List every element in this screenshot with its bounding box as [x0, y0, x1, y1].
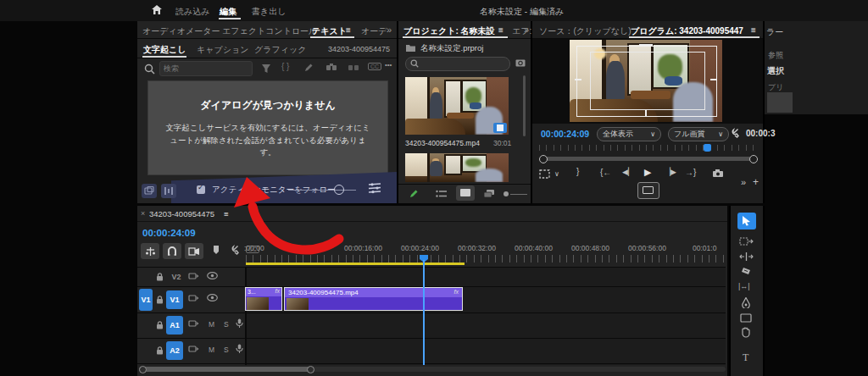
playhead-line[interactable]: [423, 260, 425, 365]
program-mini-ruler[interactable]: [539, 145, 756, 151]
program-timecode[interactable]: 00:00:24:09: [541, 129, 589, 139]
more-icon[interactable]: •••: [385, 61, 392, 69]
settings-sliders-icon[interactable]: [368, 182, 381, 194]
transport-more-icon[interactable]: »: [741, 177, 746, 187]
clip-1[interactable]: 3... fx: [245, 287, 282, 311]
tab-program[interactable]: プログラム: 34203-40095447: [631, 25, 743, 37]
zoom-bar-left-handle[interactable]: [539, 155, 548, 163]
tool-slip[interactable]: |↔|: [738, 282, 750, 290]
timeline-hscrollbar-thumb[interactable]: [139, 367, 312, 372]
step-forward-button[interactable]: ▕▶: [665, 168, 676, 176]
strip-label-selection[interactable]: 選択: [767, 65, 784, 77]
zoom-slider-track[interactable]: [510, 194, 527, 195]
goto-out-button[interactable]: →}: [685, 168, 696, 177]
lock-icon[interactable]: [156, 346, 164, 355]
step-back-button[interactable]: ◀▏: [622, 168, 634, 176]
track-a2-badge[interactable]: A2: [166, 341, 183, 360]
footer-icon-a[interactable]: [142, 184, 157, 198]
mark-out-button[interactable]: }: [576, 167, 579, 176]
safe-margins-icon[interactable]: [539, 169, 550, 179]
sync-lock-icon[interactable]: [188, 319, 198, 328]
transform-inner-rect[interactable]: [590, 52, 705, 110]
source-patch-v1[interactable]: V1: [139, 289, 153, 311]
lock-icon[interactable]: [156, 273, 164, 281]
mute-button[interactable]: M: [209, 346, 214, 354]
tool-selection[interactable]: [737, 213, 756, 229]
follow-checkbox[interactable]: ✓: [197, 185, 205, 194]
timeline-ruler[interactable]: [246, 255, 726, 263]
tab-export[interactable]: 書き出し: [252, 6, 286, 18]
work-area-bar[interactable]: [246, 263, 465, 265]
subtab-transcript[interactable]: 文字起こし: [143, 44, 186, 56]
goto-in-button[interactable]: {←: [600, 168, 611, 177]
sequence-tab[interactable]: 34203-400954475: [149, 209, 214, 218]
timeline-timecode[interactable]: 00:00:24:09: [142, 228, 196, 238]
project-overflow-icon[interactable]: »: [524, 25, 529, 35]
transform-handle-left[interactable]: [575, 79, 581, 80]
home-icon[interactable]: [151, 4, 163, 16]
tool-hand[interactable]: [741, 327, 751, 338]
stacked-view-icon[interactable]: [483, 189, 495, 198]
footer-icon-b[interactable]: [161, 184, 176, 198]
mic-icon[interactable]: [236, 318, 243, 329]
strip-label-color[interactable]: ラー: [766, 26, 783, 38]
search-bin-icon[interactable]: [515, 58, 526, 67]
follow-slider-knob[interactable]: [334, 185, 344, 195]
program-playhead-marker[interactable]: [704, 144, 711, 152]
mic-icon[interactable]: [236, 344, 243, 354]
tab-import[interactable]: 読み込み: [175, 6, 209, 18]
tab-source[interactable]: ソース：(クリップなし): [539, 25, 632, 37]
mute-button[interactable]: M: [209, 320, 214, 329]
sequence-close-icon[interactable]: ×: [141, 209, 145, 218]
search-input[interactable]: [159, 61, 253, 76]
project-menu-icon[interactable]: ≡: [498, 25, 504, 35]
panel-overflow-icon[interactable]: »: [387, 25, 392, 35]
sync-lock-icon[interactable]: [188, 345, 198, 353]
hscroll-left-handle[interactable]: [139, 366, 147, 373]
sync-lock-icon[interactable]: [188, 294, 198, 302]
thumbnail-view-button[interactable]: [456, 185, 475, 201]
linked-selection-button[interactable]: [185, 243, 203, 259]
filter-icon[interactable]: [261, 64, 271, 74]
tool-ripple-edit[interactable]: [739, 252, 754, 262]
transform-handle-right[interactable]: [710, 79, 717, 80]
subtab-captions[interactable]: キャプション: [197, 44, 248, 56]
clip-item-name[interactable]: 34203-400954475.mp4: [405, 139, 480, 147]
subtab-graphics[interactable]: グラフィック: [254, 44, 306, 56]
speaker-label2-icon[interactable]: [348, 63, 359, 72]
wrench-icon[interactable]: [729, 128, 739, 138]
fit-dropdown[interactable]: 全体表示 ∨: [597, 127, 661, 141]
tab-text[interactable]: テキスト: [312, 25, 347, 37]
solo-button[interactable]: S: [224, 320, 229, 329]
tab-audio-overflow[interactable]: オーデ: [361, 25, 387, 37]
track-v1-badge[interactable]: V1: [166, 290, 183, 309]
braces-icon[interactable]: { }: [281, 62, 289, 71]
add-button[interactable]: +: [753, 176, 759, 188]
clip-thumbnail-2[interactable]: [405, 153, 509, 182]
track-a1-badge[interactable]: A1: [166, 316, 183, 335]
lock-icon[interactable]: [156, 296, 164, 304]
tool-razor[interactable]: [740, 267, 752, 277]
tool-track-select-forward[interactable]: [739, 236, 754, 246]
speaker-label-icon[interactable]: [326, 63, 337, 72]
snap-magnet-button[interactable]: [163, 243, 181, 259]
frame-view-button[interactable]: [637, 182, 659, 199]
zoom-bar-right-handle[interactable]: [749, 155, 758, 163]
eye-icon[interactable]: [207, 294, 218, 301]
sequence-menu-icon[interactable]: ≡: [224, 209, 229, 218]
tab-effect-controls[interactable]: エフェクトコントロール: [222, 25, 317, 37]
pencil-icon[interactable]: [303, 63, 314, 73]
edit-pencil-icon[interactable]: [409, 189, 419, 199]
wrench-icon[interactable]: [229, 245, 239, 255]
zoom-slider-knob[interactable]: [504, 191, 509, 196]
list-view-icon[interactable]: [436, 190, 447, 198]
transform-handle-bottom[interactable]: [645, 110, 647, 117]
strip-label-reference[interactable]: 参照: [768, 50, 783, 61]
nest-toggle-button[interactable]: [141, 243, 159, 259]
cc-icon[interactable]: CC: [368, 63, 381, 70]
quality-dropdown[interactable]: フル画質 ∨: [668, 127, 729, 141]
project-scrollbar[interactable]: [523, 75, 526, 136]
marker-icon[interactable]: [212, 245, 220, 255]
text-panel-menu-icon[interactable]: ≡: [346, 25, 351, 35]
tab-edit[interactable]: 編集: [220, 6, 236, 18]
